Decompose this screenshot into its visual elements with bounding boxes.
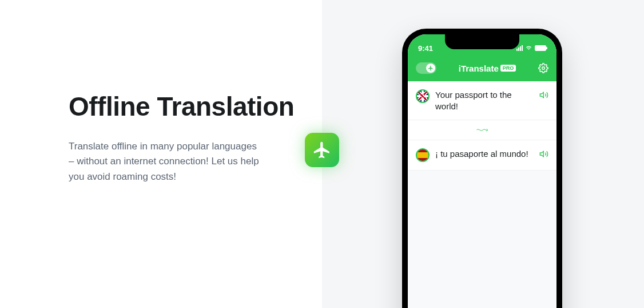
app-title: iTranslate PRO xyxy=(459,64,516,73)
uk-flag-icon[interactable] xyxy=(416,89,430,103)
app-header: iTranslate PRO xyxy=(408,57,556,81)
source-text: Your passport to the world! xyxy=(435,89,534,112)
feature-heading: Offline Translation xyxy=(69,92,299,122)
airplane-toggle-icon xyxy=(428,65,434,71)
target-text: ¡ tu pasaporte al mundo! xyxy=(435,148,534,160)
mode-toggle[interactable] xyxy=(416,62,436,74)
airplane-app-icon xyxy=(305,133,339,167)
swap-row xyxy=(408,120,556,140)
speaker-icon[interactable] xyxy=(539,149,548,159)
phone-preview-panel: 9:41 iTranslate PRO xyxy=(322,0,644,308)
status-time: 9:41 xyxy=(418,44,433,53)
phone-screen: 9:41 iTranslate PRO xyxy=(408,34,556,308)
feature-description: Translate offline in many popular langua… xyxy=(69,139,263,184)
app-name: iTranslate xyxy=(459,64,499,73)
svg-point-0 xyxy=(542,67,545,70)
translation-area: Your passport to the world! ¡ tu pasapor… xyxy=(408,81,556,308)
target-translation-row[interactable]: ¡ tu pasaporte al mundo! xyxy=(408,140,556,171)
marketing-copy: Offline Translation Translate offline in… xyxy=(0,0,322,308)
swap-arrows-icon[interactable] xyxy=(475,126,489,134)
speaker-icon[interactable] xyxy=(539,90,548,100)
source-translation-row[interactable]: Your passport to the world! xyxy=(408,81,556,120)
spain-flag-icon[interactable] xyxy=(416,148,430,162)
phone-frame: 9:41 iTranslate PRO xyxy=(402,29,562,308)
pro-badge: PRO xyxy=(500,65,516,72)
settings-gear-icon[interactable] xyxy=(538,63,548,73)
battery-icon xyxy=(535,45,546,51)
phone-notch xyxy=(445,34,519,49)
status-icons xyxy=(516,45,546,51)
wifi-icon xyxy=(525,45,532,51)
cellular-signal-icon xyxy=(516,45,523,51)
airplane-icon xyxy=(312,140,332,160)
